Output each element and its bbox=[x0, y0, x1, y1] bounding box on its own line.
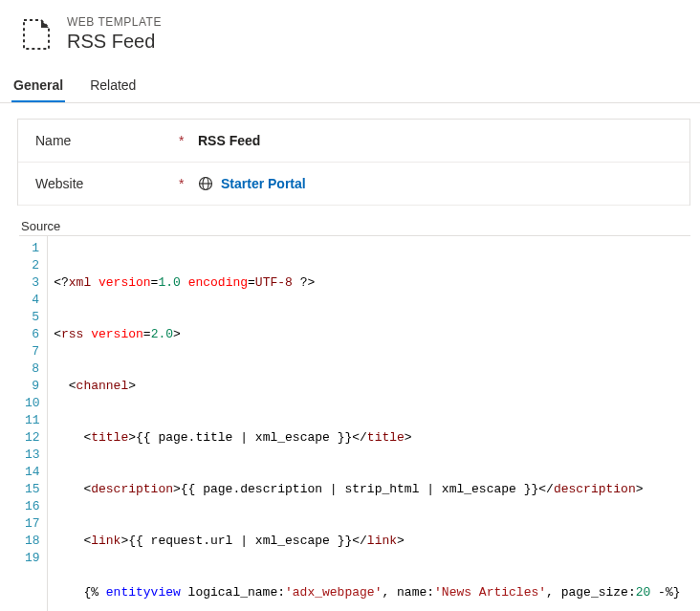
entity-type-label: WEB TEMPLATE bbox=[67, 15, 162, 29]
form-area: Name * RSS Feed Website * Starter Portal bbox=[17, 119, 690, 206]
required-indicator: * bbox=[179, 176, 198, 191]
code-line: <rss version=2.0> bbox=[54, 326, 685, 343]
field-website-value: Starter Portal bbox=[221, 176, 306, 191]
globe-icon bbox=[198, 176, 213, 191]
code-lines[interactable]: <?xml version=1.0 encoding=UTF-8 ?> <rss… bbox=[48, 236, 690, 611]
code-line: <description>{{ page.description | strip… bbox=[54, 481, 685, 498]
code-line: <link>{{ request.url | xml_escape }}</li… bbox=[54, 533, 685, 550]
code-line: {% entityview logical_name:'adx_webpage'… bbox=[54, 584, 685, 601]
field-website-row: Website * Starter Portal bbox=[18, 163, 689, 206]
field-name-row: Name * RSS Feed bbox=[18, 120, 689, 163]
source-field-label: Source bbox=[21, 219, 700, 233]
field-name-label: Name bbox=[35, 133, 179, 148]
page-title: RSS Feed bbox=[67, 31, 162, 53]
code-editor[interactable]: 123 456 789 101112 131415 161718 19 <?xm… bbox=[19, 235, 690, 611]
code-line: <?xml version=1.0 encoding=UTF-8 ?> bbox=[54, 274, 685, 292]
tab-general[interactable]: General bbox=[11, 72, 65, 102]
code-line: <channel> bbox=[54, 378, 685, 395]
field-name-value[interactable]: RSS Feed bbox=[198, 133, 260, 148]
file-icon bbox=[19, 17, 54, 52]
code-line: <title>{{ page.title | xml_escape }}</ti… bbox=[54, 429, 685, 447]
field-website-label: Website bbox=[35, 176, 179, 191]
field-website-link[interactable]: Starter Portal bbox=[198, 176, 306, 191]
tab-related[interactable]: Related bbox=[88, 72, 138, 102]
page-header: WEB TEMPLATE RSS Feed bbox=[0, 0, 700, 62]
tab-bar: General Related bbox=[0, 62, 700, 103]
required-indicator: * bbox=[179, 133, 198, 148]
line-number-gutter: 123 456 789 101112 131415 161718 19 bbox=[19, 236, 48, 611]
